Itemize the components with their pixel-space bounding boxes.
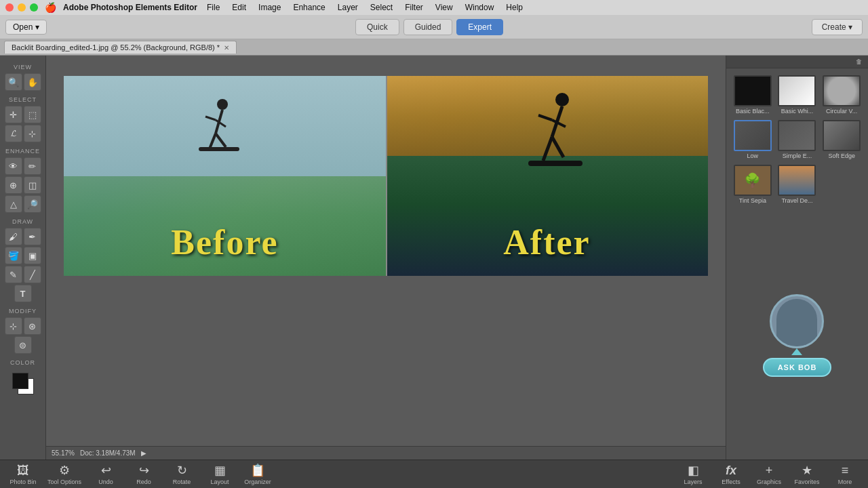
delete-icon[interactable]: 🗑 (856, 58, 863, 65)
minimize-button[interactable] (18, 3, 26, 12)
foreground-color-swatch[interactable] (12, 373, 28, 389)
enhance-tools-2: ⊕ ◫ (5, 176, 41, 194)
modify-section-label: MODIFY (0, 308, 45, 314)
zoom-tool[interactable]: 🔍 (5, 73, 22, 91)
organizer-button[interactable]: 📋 Organizer (239, 462, 277, 487)
ask-bob-label: ASK BOB (778, 363, 817, 371)
view-section-label: VIEW (0, 64, 45, 70)
line-tool[interactable]: ╱ (24, 266, 41, 283)
preset-travel-de[interactable]: Travel De... (776, 163, 818, 205)
canvas-image: Before After (64, 76, 708, 276)
menu-view[interactable]: View (430, 1, 458, 14)
tool-options-icon: ⚙ (59, 463, 70, 478)
doc-info: Doc: 3.18M/4.73M (80, 449, 136, 457)
preset-circular-v[interactable]: Circular V... (821, 74, 863, 116)
layout-button[interactable]: ▦ Layout (201, 462, 239, 487)
close-button[interactable] (5, 3, 14, 12)
after-text: After (503, 222, 590, 262)
more-button[interactable]: ≡ More (826, 462, 864, 487)
gradient-tool[interactable]: ▣ (24, 247, 41, 264)
clone-stamp-tool[interactable]: ⊕ (5, 176, 22, 194)
magic-wand-tool[interactable]: ⊹ (24, 125, 41, 142)
color-swatches[interactable] (11, 371, 35, 396)
sharpen-tool[interactable]: △ (5, 195, 22, 213)
recompose-tool[interactable]: ⊛ (24, 317, 41, 335)
impressionist-brush-tool[interactable]: ✒ (24, 228, 41, 245)
favorites-icon: ★ (802, 463, 812, 478)
preset-low[interactable]: Low (732, 119, 774, 161)
menu-image[interactable]: Image (253, 1, 286, 14)
favorites-button[interactable]: ★ Favorites (788, 462, 826, 487)
lasso-tool[interactable]: 𝓛 (5, 125, 22, 142)
svg-rect-13 (528, 161, 583, 166)
organizer-label: Organizer (244, 479, 271, 485)
svg-point-0 (217, 99, 228, 110)
preset-label-circular-v: Circular V... (826, 108, 857, 115)
photo-bin-icon: 🖼 (17, 464, 29, 478)
eraser-tool[interactable]: ◫ (24, 176, 41, 194)
create-label: Create (822, 22, 846, 32)
mode-guided-button[interactable]: Guided (403, 19, 453, 35)
color-section-label: COLOR (0, 359, 45, 366)
select-tools-2: 𝓛 ⊹ (5, 125, 41, 142)
rotate-button[interactable]: ↻ Rotate (163, 462, 201, 487)
menu-help[interactable]: Help (500, 1, 528, 14)
move-tool[interactable]: ✛ (5, 106, 22, 123)
marquee-tool[interactable]: ⬚ (24, 106, 41, 123)
left-toolbar: VIEW 🔍 ✋ SELECT ✛ ⬚ 𝓛 ⊹ ENHANCE 👁 ✏ ⊕ ◫ … (0, 56, 46, 460)
brush-tool[interactable]: 🖌 (5, 228, 22, 245)
create-button[interactable]: Create ▾ (812, 19, 863, 35)
preset-basic-black[interactable]: Basic Blac... (732, 74, 774, 116)
zoom-tool-2[interactable]: 🔎 (24, 195, 41, 213)
more-icon: ≡ (842, 464, 849, 478)
tab-close-icon[interactable]: ✕ (224, 44, 229, 52)
mode-expert-button[interactable]: Expert (456, 19, 503, 35)
hand-tool[interactable]: ✋ (24, 73, 41, 91)
file-tab[interactable]: Backlit Boarding_edited-1.jpg @ 55.2% (B… (4, 41, 237, 54)
pencil-tool[interactable]: ✎ (5, 266, 22, 283)
organizer-icon: 📋 (250, 463, 265, 478)
red-eye-tool[interactable]: 👁 (5, 157, 22, 175)
tab-filename: Backlit Boarding_edited-1.jpg @ 55.2% (B… (12, 43, 220, 52)
healing-brush-tool[interactable]: ✏ (24, 157, 41, 175)
menu-window[interactable]: Window (460, 1, 500, 14)
preset-tint-sepia[interactable]: 🌳 Tint Sepia (732, 163, 774, 205)
preset-basic-white[interactable]: Basic Whi... (776, 74, 818, 116)
crop-tool[interactable]: ⊹ (5, 317, 22, 335)
preset-thumb-simple-e (778, 120, 816, 151)
open-button[interactable]: Open ▾ (5, 20, 47, 35)
undo-button[interactable]: ↩ Undo (87, 462, 125, 487)
redo-label: Redo (136, 479, 151, 485)
straighten-tool[interactable]: ⊜ (14, 336, 32, 354)
ask-bob-button[interactable]: ASK BOB (763, 358, 832, 377)
menu-enhance[interactable]: Enhance (288, 1, 330, 14)
effects-button[interactable]: fx Effects (712, 462, 750, 487)
favorites-label: Favorites (794, 479, 819, 485)
preset-soft-edge[interactable]: Soft Edge (821, 119, 863, 161)
type-tool[interactable]: T (14, 285, 32, 302)
preset-label-low: Low (747, 152, 759, 159)
layers-icon: ◧ (688, 463, 699, 478)
maximize-button[interactable] (30, 3, 38, 12)
redo-button[interactable]: ↪ Redo (125, 462, 163, 487)
menu-filter[interactable]: Filter (399, 1, 429, 14)
layers-button[interactable]: ◧ Layers (674, 462, 712, 487)
menu-edit[interactable]: Edit (226, 1, 252, 14)
svg-line-9 (538, 115, 552, 120)
mode-quick-button[interactable]: Quick (355, 19, 399, 35)
menu-select[interactable]: Select (365, 1, 398, 14)
menu-file[interactable]: File (201, 1, 225, 14)
svg-line-2 (205, 117, 216, 120)
tool-options-button[interactable]: ⚙ Tool Options (42, 462, 87, 487)
apple-menu[interactable]: 🍎 (45, 2, 56, 13)
photo-bin-button[interactable]: 🖼 Photo Bin (4, 462, 42, 487)
rotate-icon: ↻ (177, 463, 187, 478)
graphics-button[interactable]: + Graphics (750, 462, 788, 487)
svg-rect-6 (199, 147, 239, 151)
canvas-area[interactable]: 55.17% Doc: 3.18M/4.73M ▶ (46, 56, 726, 460)
menu-layer[interactable]: Layer (332, 1, 363, 14)
paint-bucket-tool[interactable]: 🪣 (5, 247, 22, 264)
color-section (11, 371, 35, 396)
preset-thumb-basic-black (734, 75, 772, 106)
preset-simple-e[interactable]: Simple E... (776, 119, 818, 161)
